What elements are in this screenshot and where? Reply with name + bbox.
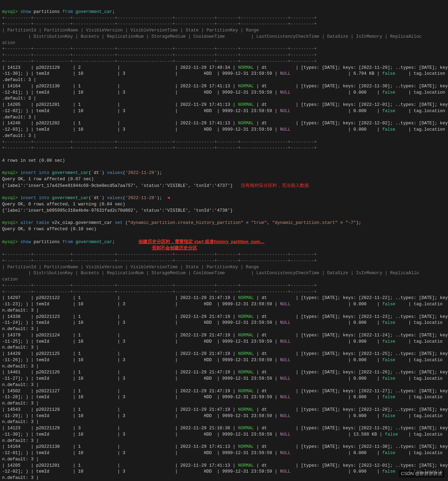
watermark: CSDN @胖胖胖胖虎 xyxy=(399,470,445,478)
cmd-line-3: mysql> insert into government_car(`dt`) … xyxy=(2,196,170,201)
terminal-output: mysql> show partitions from government_c… xyxy=(0,0,448,481)
cmd-line-4: mysql> alter table v2x_olap.government_c… xyxy=(2,220,361,225)
cmd-line-1: mysql> show partitions from government_c… xyxy=(2,9,115,14)
cmd-line-5: mysql> show partitions from government_c… xyxy=(2,240,265,245)
cmd-line-2: mysql> insert into government_car(`dt`) … xyxy=(2,170,162,175)
